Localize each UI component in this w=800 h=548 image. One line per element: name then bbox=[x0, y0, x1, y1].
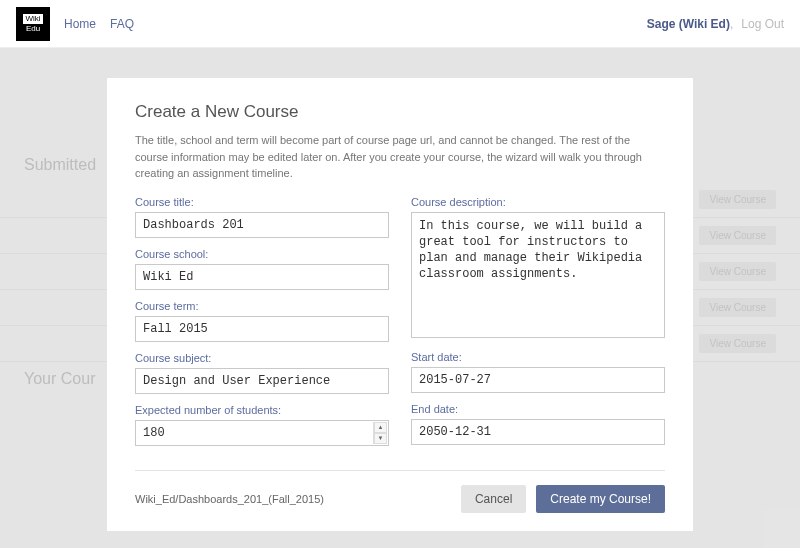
label-start-date: Start date: bbox=[411, 351, 665, 363]
modal-subtitle: The title, school and term will become p… bbox=[135, 132, 665, 182]
course-slug: Wiki_Ed/Dashboards_201_(Fall_2015) bbox=[135, 493, 324, 505]
create-course-button[interactable]: Create my Course! bbox=[536, 485, 665, 513]
input-end-date[interactable] bbox=[411, 419, 665, 445]
wiki-edu-logo[interactable]: Wiki Edu bbox=[16, 7, 50, 41]
logo-bot: Edu bbox=[26, 25, 40, 33]
modal-overlay: Create a New Course The title, school an… bbox=[0, 48, 800, 548]
field-course-school: Course school: bbox=[135, 248, 389, 290]
modal-title: Create a New Course bbox=[135, 102, 665, 122]
create-course-modal: Create a New Course The title, school an… bbox=[107, 78, 693, 531]
modal-footer: Wiki_Ed/Dashboards_201_(Fall_2015) Cance… bbox=[135, 470, 665, 513]
field-course-term: Course term: bbox=[135, 300, 389, 342]
label-course-description: Course description: bbox=[411, 196, 665, 208]
form-left-col: Course title: Course school: Course term… bbox=[135, 196, 389, 456]
label-course-term: Course term: bbox=[135, 300, 389, 312]
field-expected-students: Expected number of students: ▲ ▼ bbox=[135, 404, 389, 446]
field-course-subject: Course subject: bbox=[135, 352, 389, 394]
label-end-date: End date: bbox=[411, 403, 665, 415]
input-course-title[interactable] bbox=[135, 212, 389, 238]
input-course-school[interactable] bbox=[135, 264, 389, 290]
field-course-title: Course title: bbox=[135, 196, 389, 238]
form-right-col: Course description: In this course, we w… bbox=[411, 196, 665, 456]
topbar-right: Sage (Wiki Ed), Log Out bbox=[647, 17, 784, 31]
footer-buttons: Cancel Create my Course! bbox=[461, 485, 665, 513]
nav-home[interactable]: Home bbox=[64, 17, 96, 31]
step-down-icon[interactable]: ▼ bbox=[374, 433, 387, 444]
label-expected-students: Expected number of students: bbox=[135, 404, 389, 416]
logo-top: Wiki bbox=[23, 14, 42, 24]
input-course-description[interactable]: In this course, we will build a great to… bbox=[411, 212, 665, 338]
input-course-subject[interactable] bbox=[135, 368, 389, 394]
field-start-date: Start date: bbox=[411, 351, 665, 393]
input-course-term[interactable] bbox=[135, 316, 389, 342]
step-up-icon[interactable]: ▲ bbox=[374, 422, 387, 433]
label-course-subject: Course subject: bbox=[135, 352, 389, 364]
input-start-date[interactable] bbox=[411, 367, 665, 393]
topbar-left: Wiki Edu Home FAQ bbox=[16, 7, 134, 41]
label-course-school: Course school: bbox=[135, 248, 389, 260]
form-grid: Course title: Course school: Course term… bbox=[135, 196, 665, 456]
top-bar: Wiki Edu Home FAQ Sage (Wiki Ed), Log Ou… bbox=[0, 0, 800, 48]
cancel-button[interactable]: Cancel bbox=[461, 485, 526, 513]
label-course-title: Course title: bbox=[135, 196, 389, 208]
current-user[interactable]: Sage (Wiki Ed), bbox=[647, 17, 734, 31]
input-expected-students[interactable] bbox=[135, 420, 389, 446]
number-stepper[interactable]: ▲ ▼ bbox=[373, 422, 387, 444]
logout-link[interactable]: Log Out bbox=[741, 17, 784, 31]
nav-faq[interactable]: FAQ bbox=[110, 17, 134, 31]
field-course-description: Course description: In this course, we w… bbox=[411, 196, 665, 341]
field-end-date: End date: bbox=[411, 403, 665, 445]
